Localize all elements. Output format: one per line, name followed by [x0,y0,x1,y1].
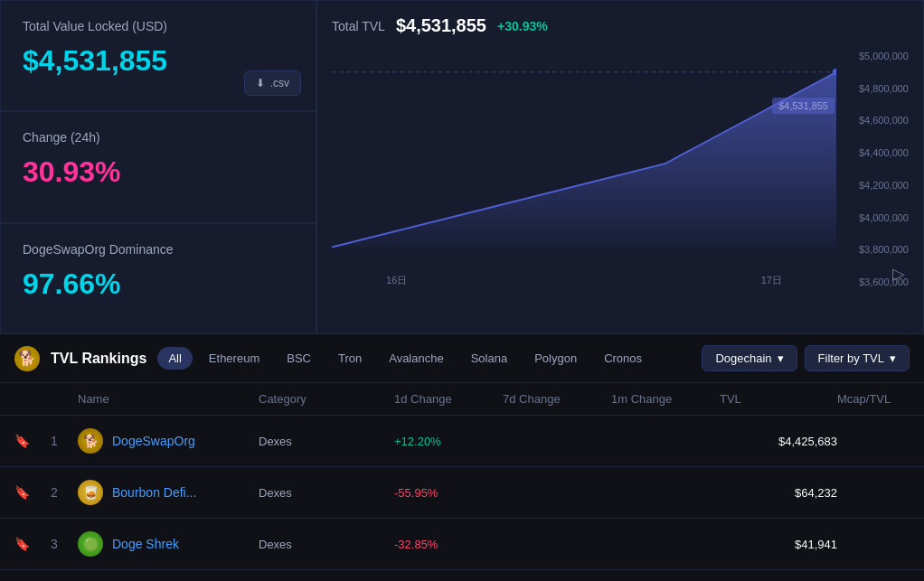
x-label-2: 17日 [761,274,782,287]
category-1: Dexes [259,435,394,448]
change-1d-2: -55.95% [394,486,503,500]
table-row: 🔖 2 🥃 Bourbon Defi... Dexes -55.95% $64,… [0,467,924,519]
change-1d-1: +12.20% [394,435,503,448]
protocol-name-2: 🥃 Bourbon Defi... [78,480,259,505]
col-1d: 1d Change [394,392,503,406]
change-1d-3: -32.85% [394,538,503,551]
rank-3: 3 [51,537,78,551]
y-label-2: $4,800,000 [859,83,909,94]
rankings-title: TVL Rankings [51,351,146,367]
change-label: Change (24h) [23,130,294,145]
rank-1: 1 [51,434,78,448]
tvl-label: Total Value Locked (USD) [23,19,294,33]
table-row: 🔖 3 🟢 Doge Shrek Dexes -32.85% $41,941 [0,519,924,570]
dominance-card: DogeSwapOrg Dominance 97.66% [0,223,316,334]
table-header: Name Category 1d Change 7d Change 1m Cha… [0,383,924,416]
protocol-link-3[interactable]: Doge Shrek [112,537,179,551]
chain-dropdown[interactable]: Dogechain ▾ [702,345,797,371]
col-1m: 1m Change [611,392,720,406]
col-mcap: Mcap/TVL [837,392,924,406]
y-label-1: $5,000,000 [859,51,909,61]
col-7d: 7d Change [503,392,611,406]
dominance-label: DogeSwapOrg Dominance [23,242,294,257]
rank-2: 2 [51,485,78,500]
chart-change: +30.93% [497,19,548,33]
protocol-link-1[interactable]: DogeSwapOrg [112,434,195,448]
rankings-section: 🐕 TVL Rankings All Ethereum BSC Tron Ava… [0,334,924,570]
protocol-name-1: 🐕 DogeSwapOrg [78,428,259,454]
chain-dropdown-label: Dogechain [715,351,771,365]
change-value: 30.93% [23,155,294,189]
tvl-3: $41,941 [720,538,837,551]
tab-tron[interactable]: Tron [327,347,372,370]
col-tvl: TVL [720,392,837,406]
chevron-down-icon-2: ▾ [890,351,896,365]
rankings-header: 🐕 TVL Rankings All Ethereum BSC Tron Ava… [0,334,924,383]
chart-panel: Total TVL $4,531,855 +30.93% $5,000,000 … [316,0,924,334]
category-2: Dexes [259,486,394,500]
protocol-icon-1: 🐕 [78,428,103,454]
bookmark-icon-3[interactable]: 🔖 [14,537,51,551]
col-name: Name [78,392,259,406]
tab-all[interactable]: All [157,347,192,370]
chart-title: Total TVL [332,19,385,33]
right-filters: Dogechain ▾ Filter by TVL ▾ [702,345,910,371]
tab-solana[interactable]: Solana [460,347,518,370]
y-label-6: $4,000,000 [859,212,909,223]
tab-polygon[interactable]: Polygon [523,347,588,370]
protocol-icon-3: 🟢 [78,531,103,557]
csv-button[interactable]: ⬇ .csv [244,70,301,96]
category-3: Dexes [259,538,394,551]
filter-tabs: All Ethereum BSC Tron Avalanche Solana P… [157,347,691,370]
tvl-filter-label: Filter by TVL [818,351,884,365]
protocol-name-3: 🟢 Doge Shrek [78,531,259,557]
tvl-filter-dropdown[interactable]: Filter by TVL ▾ [805,345,910,371]
chain-logo-icon: 🐕 [14,346,40,371]
y-label-3: $4,600,000 [859,115,909,126]
chart-header: Total TVL $4,531,855 +30.93% [332,15,909,36]
protocol-link-2[interactable]: Bourbon Defi... [112,485,196,500]
y-axis: $5,000,000 $4,800,000 $4,600,000 $4,400,… [836,47,909,291]
tab-bsc[interactable]: BSC [276,347,322,370]
x-axis: 16日 17日 [332,270,836,291]
table-row: 🔖 1 🐕 DogeSwapOrg Dexes +12.20% $4,425,6… [0,416,924,467]
bookmark-icon-2[interactable]: 🔖 [14,485,51,500]
change-card: Change (24h) 30.93% [0,111,316,222]
table: Name Category 1d Change 7d Change 1m Cha… [0,383,924,570]
tvl-card: Total Value Locked (USD) $4,531,855 ⬇ .c… [0,0,316,111]
chart-value: $4,531,855 [396,15,486,36]
tvl-2: $64,232 [720,486,837,500]
dominance-value: 97.66% [23,267,294,301]
tab-avalanche[interactable]: Avalanche [378,347,454,370]
chevron-down-icon: ▾ [778,351,784,365]
svg-marker-1 [332,72,836,248]
x-label-1: 16日 [386,274,407,287]
play-button[interactable]: ▷ [892,264,905,284]
protocol-icon-2: 🥃 [78,480,103,505]
y-label-7: $3,800,000 [859,244,909,255]
y-label-4: $4,400,000 [859,147,909,158]
bookmark-icon[interactable]: 🔖 [14,434,51,448]
tab-ethereum[interactable]: Ethereum [198,347,270,370]
chart-area: $5,000,000 $4,800,000 $4,600,000 $4,400,… [332,47,909,291]
download-icon: ⬇ [256,77,265,89]
col-category: Category [259,392,394,406]
chart-svg [332,47,836,264]
tab-cronos[interactable]: Cronos [593,347,653,370]
tvl-1: $4,425,683 [720,435,837,448]
y-label-5: $4,200,000 [859,180,909,191]
